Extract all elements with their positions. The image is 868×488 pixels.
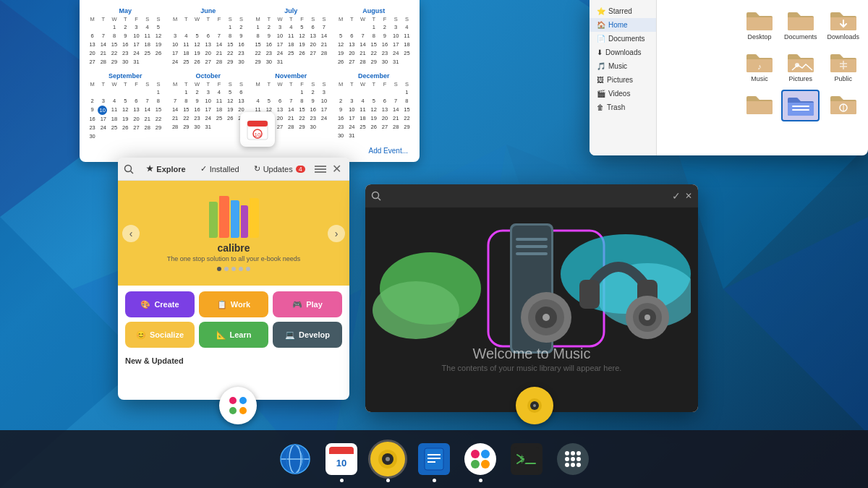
banner-app-name: calibre — [217, 242, 250, 254]
music-search-button[interactable] — [371, 191, 381, 201]
folder-pictures[interactable]: Pictures — [781, 48, 820, 85]
sidebar-item-documents[interactable]: 📄 Documents — [590, 32, 656, 46]
cal-header-november: MTWTFSS — [252, 81, 330, 87]
calibre-books-illustration — [209, 196, 259, 238]
folder-icon-music: ♪ — [745, 51, 774, 74]
taskbar-terminal-icon[interactable]: $_ — [508, 440, 545, 478]
calendar-date-icon[interactable]: 10 — [240, 112, 275, 147]
documents-taskbar-icon-svg — [421, 446, 447, 472]
tab-explore[interactable]: ★ Explore — [139, 164, 192, 174]
cal-days-september: 1 2345678 9101112131415 16171819202122 2… — [87, 88, 164, 141]
category-play[interactable]: 🎮 Play — [273, 291, 342, 317]
svg-point-85 — [571, 451, 575, 455]
taskbar-documents-icon[interactable] — [415, 440, 453, 478]
software-taskbar-dot — [479, 479, 482, 482]
tab-updates[interactable]: ↻ Updates 4 — [247, 164, 312, 174]
search-icon — [124, 164, 134, 174]
cal-days-october: 123456 78910111213 14151617181920 212223… — [170, 88, 247, 132]
software-close-button[interactable]: ✕ — [332, 163, 344, 175]
svg-rect-42 — [516, 252, 548, 255]
dot-3[interactable] — [231, 267, 236, 271]
month-name-july: July — [252, 7, 330, 14]
folder-label-pictures: Pictures — [788, 75, 812, 82]
taskbar-software-icon[interactable] — [461, 440, 499, 478]
svg-point-28 — [239, 397, 247, 404]
month-name-december: December — [336, 72, 413, 80]
dot-2[interactable] — [224, 267, 229, 271]
sidebar-item-trash[interactable]: 🗑 Trash — [590, 100, 656, 114]
rhythmbox-taskbar-dot — [386, 479, 390, 482]
cal-header-september: MTWTFSS — [87, 81, 164, 87]
folder-label-downloads: Downloads — [827, 33, 859, 40]
software-menu-button[interactable] — [315, 163, 328, 176]
folder-icon-public — [829, 51, 858, 74]
folder-label-public: Public — [834, 75, 852, 82]
speaker-desktop-icon[interactable] — [516, 387, 553, 424]
rhythmbox-icon-svg — [376, 448, 399, 471]
banner-prev-button[interactable]: ‹ — [122, 225, 140, 242]
taskbar-rhythmbox-icon[interactable] — [369, 440, 407, 478]
music-close-button[interactable]: ✕ — [685, 191, 692, 201]
svg-rect-12 — [247, 121, 268, 127]
folder-music[interactable]: ♪ Music — [742, 48, 777, 85]
svg-point-86 — [576, 451, 581, 455]
svg-text:10: 10 — [336, 458, 346, 468]
folder-downloads[interactable]: Downloads — [824, 6, 862, 43]
taskbar: 10 — [0, 430, 868, 488]
updates-icon: ↻ — [254, 164, 260, 174]
flathub-desktop-icon[interactable] — [219, 387, 257, 424]
category-create[interactable]: 🎨 Create — [125, 291, 195, 317]
calendar-month-may: May MTWTFSS 12345 6789101112 13141516171… — [85, 6, 166, 68]
sidebar-item-home[interactable]: 🏠 Home — [590, 18, 656, 32]
folder-selected[interactable] — [781, 90, 820, 121]
file-manager-window: ⭐ Starred 🏠 Home 📄 Documents ⬇ Downloads… — [590, 0, 868, 155]
svg-point-88 — [571, 457, 575, 461]
sidebar-item-pictures[interactable]: 🖼 Pictures — [590, 73, 656, 87]
banner-next-button[interactable]: › — [328, 225, 345, 242]
tab-installed[interactable]: ✓ Installed — [193, 164, 247, 174]
folder-extra1[interactable] — [742, 90, 777, 121]
dot-1[interactable] — [217, 267, 221, 271]
music-welcome-subtitle: The contents of your music library will … — [442, 364, 622, 372]
folder-icon-documents — [786, 9, 815, 32]
dot-4[interactable] — [239, 267, 243, 271]
category-learn[interactable]: 📐 Learn — [199, 322, 268, 348]
music-titlebar: ✓ ✕ — [365, 184, 698, 207]
category-develop[interactable]: 💻 Develop — [273, 322, 342, 348]
sidebar-item-music[interactable]: 🎵 Music — [590, 59, 656, 73]
sidebar-item-starred[interactable]: ⭐ Starred — [590, 4, 656, 18]
cal-days-june: 12 3456789 10111213141516 17181920212223… — [170, 23, 247, 67]
calendar-month-august: August MTWTFSS 1234 567891011 1213141516… — [334, 6, 414, 68]
svg-point-30 — [239, 407, 247, 414]
sidebar-item-downloads[interactable]: ⬇ Downloads — [590, 46, 656, 59]
folder-public[interactable]: Public — [824, 48, 862, 85]
folder-extra3[interactable] — [824, 90, 862, 121]
speaker-icon-svg — [523, 394, 546, 417]
category-work[interactable]: 📋 Work — [199, 291, 268, 317]
calendar-icon-svg: 10 — [246, 118, 269, 141]
folder-desktop[interactable]: Desktop — [742, 6, 777, 43]
music-check-button[interactable]: ✓ — [672, 190, 681, 202]
folder-documents[interactable]: Documents — [781, 6, 820, 43]
month-name-september: September — [87, 72, 164, 80]
sidebar-item-videos[interactable]: 🎬 Videos — [590, 87, 656, 100]
svg-point-75 — [471, 450, 480, 458]
software-search-button[interactable] — [124, 163, 137, 176]
browser-icon-svg — [279, 443, 311, 475]
appgrid-taskbar-icon-svg — [560, 446, 586, 472]
taskbar-browser-icon[interactable] — [276, 440, 314, 478]
dot-5[interactable] — [246, 267, 250, 271]
banner-dots — [217, 267, 250, 271]
svg-rect-17 — [792, 106, 809, 107]
software-titlebar: ★ Explore ✓ Installed ↻ Updates 4 ✕ — [118, 158, 349, 181]
taskbar-calendar-icon[interactable]: 10 — [323, 440, 360, 478]
cal-days-august: 1234 567891011 12131415161718 1920212223… — [336, 23, 413, 67]
svg-point-48 — [542, 314, 550, 321]
month-name-october: October — [170, 72, 247, 80]
taskbar-appgrid-icon[interactable] — [554, 440, 592, 478]
flathub-icon-svg — [225, 393, 251, 419]
category-socialize[interactable]: 😊 Socialize — [125, 322, 195, 348]
month-name-june: June — [170, 7, 247, 14]
calendar-month-june: June MTWTFSS 12 3456789 10111213141516 1… — [169, 6, 249, 68]
svg-rect-43 — [579, 280, 600, 309]
